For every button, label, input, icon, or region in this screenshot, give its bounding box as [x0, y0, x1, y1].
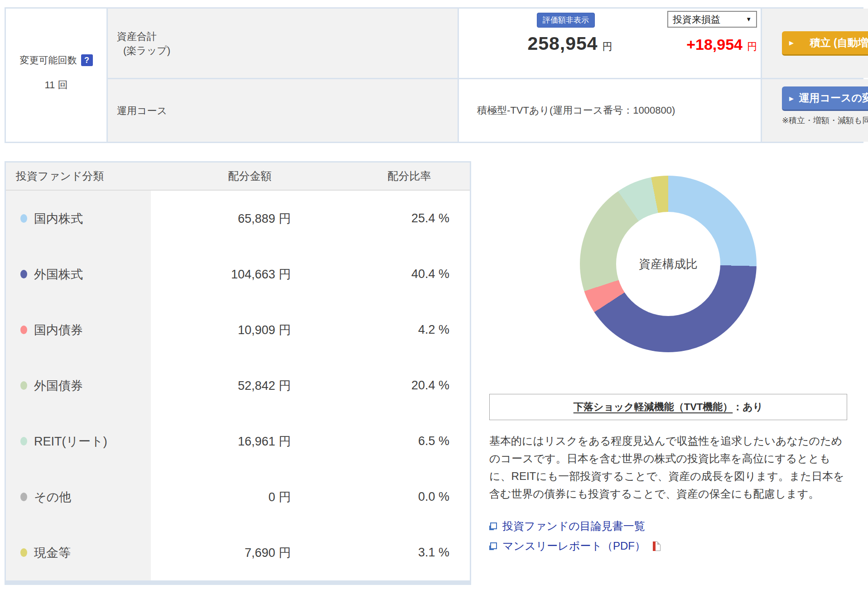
donut-center-label: 資産構成比	[616, 212, 720, 316]
table-row: 外国株式 104,663 円 40.4 %	[6, 246, 470, 302]
fund-label: 国内債券	[34, 322, 83, 338]
fund-label: 外国債券	[34, 378, 83, 394]
table-row: 現金等 7,690 円 3.1 %	[6, 525, 470, 580]
monthly-report-link[interactable]: マンスリーレポート（PDF）	[489, 536, 847, 556]
fund-category-cell: 外国債券	[6, 358, 151, 413]
fund-color-bullet	[20, 493, 27, 501]
fund-ratio: 4.2 %	[349, 302, 470, 358]
links-block: 投資ファンドの目論見書一覧 マンスリーレポート（PDF）	[489, 516, 847, 556]
fund-category-cell: 国内債券	[6, 302, 151, 358]
asset-total-label-cell: 資産合計 (楽ラップ)	[108, 9, 458, 78]
fund-amount: 16,961 円	[151, 413, 349, 469]
asset-total-value-cell: 評価額非表示 258,954円 投資来損益 ▼ +18,954円	[459, 9, 761, 78]
fund-table-body: 国内株式 65,889 円 25.4 % 外国株式 104,663 円 40.4…	[6, 191, 470, 580]
prospectus-link-label: 投資ファンドの目論見書一覧	[502, 519, 645, 533]
asset-total-sublabel: (楽ラップ)	[117, 43, 458, 57]
table-row: 外国債券 52,842 円 20.4 %	[6, 358, 470, 413]
fund-color-bullet	[20, 548, 27, 557]
fund-amount: 10,909 円	[151, 302, 349, 358]
fund-color-bullet	[20, 381, 27, 390]
fund-category-cell: その他	[6, 469, 151, 525]
header-allocation-amount: 配分金額	[151, 169, 349, 183]
fund-color-bullet	[20, 214, 27, 223]
profit-type-dropdown-value: 投資来損益	[673, 13, 720, 26]
profit-type-dropdown[interactable]: 投資来損益 ▼	[667, 11, 757, 28]
course-note: ※積立・増額・減額も同時に申込できます	[782, 115, 868, 126]
pdf-icon	[653, 541, 661, 551]
fund-label: REIT(リート)	[34, 433, 107, 450]
fund-amount: 104,663 円	[151, 246, 349, 302]
fund-table-header: 投資ファンド分類 配分金額 配分比率	[6, 163, 470, 191]
fund-ratio: 25.4 %	[349, 191, 470, 246]
asset-total-line: 258,954円	[459, 33, 681, 54]
hide-valuation-button[interactable]: 評価額非表示	[537, 13, 595, 28]
help-icon[interactable]: ?	[81, 54, 93, 66]
header-fund-category: 投資ファンド分類	[6, 169, 151, 183]
fund-label: 国内株式	[34, 211, 83, 227]
table-row: 国内株式 65,889 円 25.4 %	[6, 191, 470, 246]
arrow-right-icon: ▶	[789, 39, 794, 46]
fund-category-cell: REIT(リート)	[6, 413, 151, 469]
fund-category-cell: 外国株式	[6, 246, 151, 302]
fund-label: 現金等	[34, 545, 71, 561]
course-description: 基本的にはリスクをある程度見込んで収益性を追求したいあなたのためのコースです。日…	[489, 432, 847, 503]
fund-ratio: 6.5 %	[349, 413, 470, 469]
fund-amount: 65,889 円	[151, 191, 349, 246]
asset-summary-box: 資産合計 (楽ラップ) 評価額非表示 258,954円 投資来損益 ▼ +18,…	[5, 7, 863, 143]
change-count-label: 変更可能回数	[20, 54, 77, 67]
header-allocation-ratio: 配分比率	[349, 169, 470, 183]
fund-allocation-table: 投資ファンド分類 配分金額 配分比率 国内株式 65,889 円 25.4 % …	[5, 161, 471, 585]
course-label-cell: 運用コース	[108, 79, 458, 142]
prospectus-link[interactable]: 投資ファンドの目論見書一覧	[489, 516, 847, 536]
table-row: REIT(リート) 16,961 円 6.5 %	[6, 413, 470, 469]
monthly-report-link-label: マンスリーレポート（PDF）	[502, 539, 646, 553]
fund-amount: 7,690 円	[151, 525, 349, 580]
tsumitate-button-label: 積立 (自動増額)	[810, 36, 868, 50]
course-buttons-cell: ▶ 運用コースの変更※ 再診断 ※積立・増額・減額も同時に申込できます	[762, 79, 868, 142]
fund-amount: 0 円	[151, 469, 349, 525]
fund-color-bullet	[20, 437, 27, 446]
course-value-cell: 積極型-TVTあり(運用コース番号：1000800)	[459, 79, 761, 142]
profit-line: +18,954円	[686, 36, 757, 53]
tvt-status: ：あり	[733, 400, 763, 414]
fund-ratio: 3.1 %	[349, 525, 470, 580]
window-icon	[489, 542, 497, 550]
course-detail-panel: 資産構成比 下落ショック軽減機能（TVT機能）：あり 基本的にはリスクをある程度…	[471, 161, 863, 585]
fund-category-cell: 現金等	[6, 525, 151, 580]
change-count-cell: 変更可能回数 ? 11 回	[6, 9, 106, 142]
asset-total-unit: 円	[603, 41, 612, 52]
arrow-right-icon: ▶	[789, 95, 794, 101]
change-course-button[interactable]: ▶ 運用コースの変更※	[782, 86, 868, 111]
fund-label: その他	[34, 489, 71, 505]
fund-amount: 52,842 円	[151, 358, 349, 413]
fund-ratio: 0.0 %	[349, 469, 470, 525]
fund-ratio: 40.4 %	[349, 246, 470, 302]
asset-total-amount: 258,954	[527, 33, 598, 54]
fund-ratio: 20.4 %	[349, 358, 470, 413]
window-icon	[489, 522, 497, 530]
summary-buttons-cell: ▶ 積立 (自動増額) ▶ 増額・減額	[762, 9, 868, 78]
change-count-value: 11 回	[45, 78, 68, 92]
profit-amount: +18,954	[686, 36, 743, 53]
tsumitate-button[interactable]: ▶ 積立 (自動増額)	[782, 31, 868, 56]
table-row: その他 0 円 0.0 %	[6, 469, 470, 525]
course-label: 運用コース	[117, 104, 458, 118]
table-row: 国内債券 10,909 円 4.2 %	[6, 302, 470, 358]
change-count-label-row: 変更可能回数 ?	[20, 54, 93, 67]
chevron-down-icon: ▼	[746, 16, 752, 23]
main-section: 投資ファンド分類 配分金額 配分比率 国内株式 65,889 円 25.4 % …	[5, 161, 863, 585]
fund-category-cell: 国内株式	[6, 191, 151, 246]
asset-allocation-donut: 資産構成比	[580, 176, 757, 352]
fund-label: 外国株式	[34, 266, 83, 283]
change-course-button-label: 運用コースの変更※	[799, 91, 868, 105]
fund-color-bullet	[20, 326, 27, 334]
asset-total-label: 資産合計	[117, 29, 458, 43]
course-value: 積極型-TVTあり(運用コース番号：1000800)	[459, 79, 761, 142]
profit-unit: 円	[747, 41, 757, 52]
tvt-heading: 下落ショック軽減機能（TVT機能）	[574, 400, 733, 414]
fund-color-bullet	[20, 270, 27, 278]
tvt-feature-box: 下落ショック軽減機能（TVT機能）：あり	[489, 394, 847, 420]
